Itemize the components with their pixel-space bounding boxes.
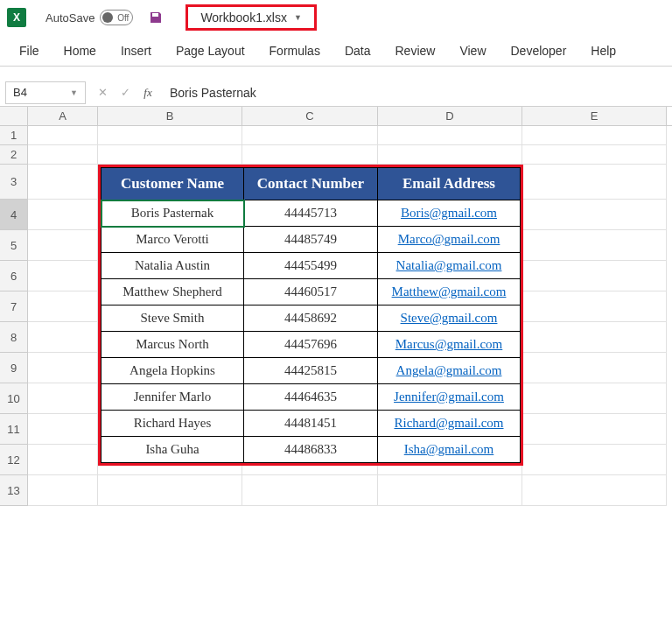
cell-email[interactable]: Boris@gmail.com	[378, 200, 521, 227]
cell-name[interactable]: Marco Verotti	[102, 227, 244, 253]
cell[interactable]	[378, 475, 522, 506]
tab-formulas[interactable]: Formulas	[257, 37, 332, 65]
cell[interactable]	[98, 145, 242, 165]
th-contact[interactable]: Contact Number	[244, 168, 378, 200]
cell[interactable]	[522, 383, 667, 414]
cell[interactable]	[28, 145, 98, 165]
cell-email[interactable]: Jennifer@gmail.com	[378, 384, 521, 411]
cell-name[interactable]: Isha Guha	[102, 437, 244, 463]
select-all-corner[interactable]	[0, 107, 28, 125]
cell-email[interactable]: Marco@gmail.com	[378, 227, 521, 253]
cell[interactable]	[522, 200, 667, 230]
tab-data[interactable]: Data	[332, 37, 383, 65]
autosave-toggle[interactable]: Off	[100, 10, 133, 25]
cell[interactable]	[522, 414, 667, 445]
tab-file[interactable]: File	[7, 37, 52, 65]
cell[interactable]	[28, 475, 98, 506]
tab-home[interactable]: Home	[52, 37, 108, 65]
cell[interactable]	[28, 322, 98, 353]
tab-help[interactable]: Help	[578, 37, 628, 65]
col-header-d[interactable]: D	[378, 107, 522, 125]
row-header[interactable]: 11	[0, 414, 28, 445]
cell[interactable]	[28, 261, 98, 291]
col-header-c[interactable]: C	[242, 107, 378, 125]
cell[interactable]	[242, 126, 378, 145]
cell[interactable]	[378, 126, 522, 145]
cell-name[interactable]: Natalia Austin	[102, 253, 244, 279]
row-header[interactable]: 5	[0, 230, 28, 261]
cell-contact[interactable]: 44457696	[244, 332, 378, 358]
cell[interactable]	[242, 145, 378, 165]
row-header[interactable]: 8	[0, 322, 28, 353]
cell-contact[interactable]: 44458692	[244, 305, 378, 332]
cell[interactable]	[378, 145, 522, 165]
cell[interactable]	[522, 322, 667, 353]
cancel-icon[interactable]: ✕	[93, 83, 112, 102]
cell-contact[interactable]: 44455499	[244, 253, 378, 279]
cell[interactable]	[522, 445, 667, 475]
cell-name[interactable]: Richard Hayes	[102, 411, 244, 437]
cell[interactable]	[28, 445, 98, 475]
cell[interactable]	[98, 126, 242, 145]
cell[interactable]	[28, 230, 98, 261]
cell-name[interactable]: Angela Hopkins	[102, 358, 244, 384]
tab-view[interactable]: View	[447, 37, 498, 65]
row-header[interactable]: 6	[0, 261, 28, 291]
tab-review[interactable]: Review	[383, 37, 448, 65]
cell-contact[interactable]: 44486833	[244, 437, 378, 463]
col-header-b[interactable]: B	[98, 107, 242, 125]
cell-email[interactable]: Richard@gmail.com	[378, 411, 521, 437]
cell-name[interactable]: Marcus North	[102, 332, 244, 358]
cell[interactable]	[522, 145, 667, 165]
cell[interactable]	[522, 353, 667, 383]
cell[interactable]	[522, 261, 667, 291]
cell-name[interactable]: Jennifer Marlo	[102, 384, 244, 411]
filename-box[interactable]: Workbook1.xlsx ▼	[186, 4, 316, 31]
cell-contact[interactable]: 44464635	[244, 384, 378, 411]
cell[interactable]	[28, 414, 98, 445]
row-header[interactable]: 7	[0, 291, 28, 322]
row-header[interactable]: 2	[0, 145, 28, 165]
row-header[interactable]: 1	[0, 126, 28, 145]
cell[interactable]	[28, 291, 98, 322]
cell-email[interactable]: Isha@gmail.com	[378, 437, 521, 463]
row-header[interactable]: 13	[0, 475, 28, 506]
cell[interactable]	[522, 475, 667, 506]
th-name[interactable]: Customer Name	[102, 168, 244, 200]
tab-page-layout[interactable]: Page Layout	[164, 37, 257, 65]
row-header[interactable]: 9	[0, 353, 28, 383]
cell-contact[interactable]: 44445713	[244, 200, 378, 227]
cell[interactable]	[242, 475, 378, 506]
cell-email[interactable]: Marcus@gmail.com	[378, 332, 521, 358]
cell-contact[interactable]: 44481451	[244, 411, 378, 437]
cell[interactable]	[522, 126, 667, 145]
cell-email[interactable]: Steve@gmail.com	[378, 305, 521, 332]
name-box[interactable]: B4 ▼	[5, 81, 86, 104]
row-header[interactable]: 10	[0, 383, 28, 414]
tab-insert[interactable]: Insert	[108, 37, 164, 65]
cell-name[interactable]: Matthew Shepherd	[102, 279, 244, 305]
cell-contact[interactable]: 44485749	[244, 227, 378, 253]
cell[interactable]	[28, 353, 98, 383]
cell[interactable]	[28, 165, 98, 200]
col-header-e[interactable]: E	[522, 107, 667, 125]
cell[interactable]	[28, 200, 98, 230]
save-icon[interactable]	[149, 11, 163, 25]
cell-name[interactable]: Boris Pasternak	[102, 200, 244, 227]
formula-input[interactable]: Boris Pasternak	[158, 86, 672, 100]
cell-email[interactable]: Matthew@gmail.com	[378, 279, 521, 305]
cell-name[interactable]: Steve Smith	[102, 305, 244, 332]
cell[interactable]	[522, 165, 667, 200]
tab-developer[interactable]: Developer	[499, 37, 579, 65]
col-header-a[interactable]: A	[28, 107, 98, 125]
cell-email[interactable]: Natalia@gmail.com	[378, 253, 521, 279]
cell[interactable]	[522, 230, 667, 261]
th-email[interactable]: Email Address	[378, 168, 521, 200]
row-header[interactable]: 3	[0, 165, 28, 200]
row-header[interactable]: 4	[0, 200, 28, 230]
cell-contact[interactable]: 44460517	[244, 279, 378, 305]
cell[interactable]	[28, 383, 98, 414]
cell-contact[interactable]: 44425815	[244, 358, 378, 384]
check-icon[interactable]: ✓	[116, 83, 135, 102]
cell[interactable]	[98, 475, 242, 506]
